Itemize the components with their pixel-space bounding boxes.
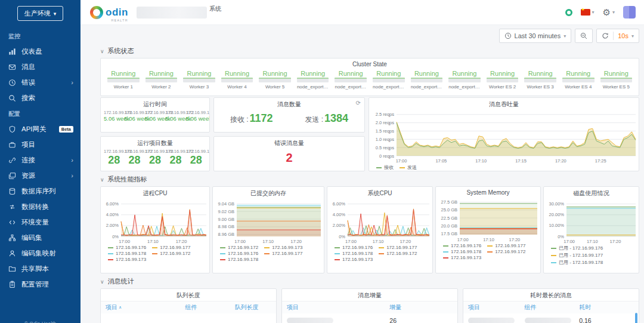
odin-logo[interactable]: odinHEALTH: [90, 6, 128, 19]
node-status: Running: [448, 69, 481, 78]
panel-title[interactable]: 消息吞吐量: [369, 98, 639, 110]
legend-item[interactable]: 172.16.99.176: [108, 245, 146, 250]
legend-item[interactable]: 172.16.99.172: [487, 249, 525, 254]
panel-title[interactable]: 磁盘使用情况: [544, 187, 639, 199]
svg-text:17:10: 17:10: [587, 239, 598, 244]
section-header-system-status[interactable]: ∨ 系统状态: [100, 47, 639, 56]
panel-title[interactable]: 运行时间: [101, 98, 209, 110]
sidebar-item-code[interactable]: 环境变量: [0, 214, 80, 230]
sidebar-item-search[interactable]: 搜索: [0, 90, 80, 106]
legend-item[interactable]: 172.16.99.178: [335, 251, 373, 256]
panel-title[interactable]: 错误消息量: [214, 137, 364, 149]
section-title: 系统状态: [108, 47, 134, 56]
legend-item[interactable]: 172.16.99.173: [108, 257, 146, 262]
legend-item[interactable]: 172.16.99.177: [152, 245, 190, 250]
legend-item[interactable]: 172.16.99.177: [379, 245, 417, 250]
sys-cpu-chart[interactable]: 0%2.00%4.00%6.00%17:0017:1017:20: [327, 199, 432, 244]
node-status: Running: [373, 69, 405, 78]
sidebar-item-bar-chart[interactable]: 仪表盘: [0, 44, 80, 59]
sidebar-item-clock[interactable]: 错误›: [0, 75, 80, 90]
code-icon: [8, 219, 16, 226]
health-status-icon[interactable]: [565, 9, 572, 16]
legend-item[interactable]: 已用 - 172.16.99.178: [551, 259, 603, 266]
column-header[interactable]: 组件: [525, 303, 580, 312]
user-icon: [8, 250, 16, 257]
panel-title[interactable]: 已提交的内存: [213, 187, 324, 199]
legend-item[interactable]: 172.16.99.173: [335, 257, 373, 262]
legend-swatch: [108, 253, 113, 254]
panel-refresh-icon[interactable]: ⟳: [356, 100, 361, 106]
legend-item[interactable]: 172.16.99.172: [152, 251, 190, 256]
sidebar-item-user[interactable]: 编码集映射: [0, 245, 80, 261]
panel-title[interactable]: 进程CPU: [101, 187, 209, 199]
column-header[interactable]: 增量: [389, 303, 453, 312]
legend-item[interactable]: 172.16.99.177: [264, 251, 302, 256]
sidebar-item-briefcase[interactable]: 项目: [0, 137, 80, 152]
legend-item[interactable]: 172.16.99.176: [335, 245, 373, 250]
legend-item[interactable]: 已用 - 172.16.99.177: [551, 252, 603, 259]
column-header[interactable]: 项目∧: [106, 303, 185, 312]
legend-item[interactable]: 发送: [400, 164, 417, 171]
table-row[interactable]: 0.16: [463, 313, 639, 323]
user-avatar[interactable]: [623, 6, 636, 19]
language-selector[interactable]: ▾: [581, 9, 595, 16]
legend-item[interactable]: 172.16.99.178: [108, 251, 146, 256]
panel-title[interactable]: 运行项目数量: [101, 137, 209, 149]
panel-title[interactable]: 耗时最长的消息: [463, 289, 639, 301]
legend-item[interactable]: 172.16.99.178: [220, 257, 258, 262]
panel-title[interactable]: System Memory: [436, 187, 540, 197]
legend-item[interactable]: 172.16.99.173: [264, 245, 302, 250]
sidebar-item-layers[interactable]: 资源›: [0, 168, 80, 183]
sidebar-item-mail[interactable]: 消息: [0, 59, 80, 75]
refresh-control[interactable]: 10s ▾: [596, 29, 639, 43]
panel-title[interactable]: Cluster State: [101, 59, 639, 69]
sidebar-item-clipboard[interactable]: 配置管理: [0, 276, 80, 292]
panel-title[interactable]: 消息数量: [214, 98, 364, 110]
sidebar-item-folder[interactable]: 共享脚本: [0, 261, 80, 276]
legend-item[interactable]: 172.16.99.178: [443, 249, 481, 254]
throughput-chart[interactable]: 0 reqps0.5 reqps1.0 reqps1.5 reqps2.0 re…: [369, 110, 639, 164]
projects-columns: 172.16.99.17628172.16.99.17728172.16.99.…: [101, 149, 209, 167]
panel-title[interactable]: 系统CPU: [327, 187, 432, 199]
legend-item[interactable]: 172.16.99.172: [379, 251, 417, 256]
legend-item[interactable]: 172.16.99.177: [487, 243, 525, 248]
sidebar-item-link[interactable]: 连接›: [0, 152, 80, 168]
section-header-performance[interactable]: ∨ 系统性能指标: [100, 175, 639, 184]
legend-item[interactable]: 172.16.99.176: [443, 243, 481, 248]
node-ip: 172.16.99.177: [124, 149, 144, 154]
sidebar-item-sitemap[interactable]: 编码集: [0, 230, 80, 245]
node-label: Worker ES 2: [487, 84, 519, 90]
sidebar-item-database[interactable]: 数据库序列: [0, 183, 80, 199]
panel-title[interactable]: 消息增量: [282, 289, 457, 301]
panel-title[interactable]: 队列长度: [101, 289, 276, 301]
legend-label: 172.16.99.178: [342, 251, 373, 256]
column-header[interactable]: 队列长度: [235, 303, 271, 312]
section-header-message-stats[interactable]: ∨ 消息统计: [100, 277, 639, 286]
svg-text:17:10: 17:10: [475, 158, 487, 164]
table-scrollbar[interactable]: [635, 313, 637, 323]
sent-stat: 发送 :1384: [305, 112, 348, 125]
proc-cpu-chart[interactable]: 0%2.00%4.00%6.00%17:0017:1017:20: [101, 199, 209, 244]
environment-selector[interactable]: 生产环境 ▾: [17, 6, 64, 21]
redacted-app-title: [137, 7, 207, 19]
mem-committed-chart[interactable]: 8.96 GB8.98 GB9.00 GB9.02 GB9.04 GB17:00…: [213, 199, 324, 244]
column-header[interactable]: 项目: [287, 303, 389, 312]
column-header[interactable]: 耗时: [579, 303, 634, 312]
sidebar-item-transform[interactable]: 数据转换: [0, 199, 80, 214]
disk-chart[interactable]: 0%10.00%20.00%30.00%17:0017:1017:20: [544, 199, 639, 244]
message-count-values: 接收 :1172 发送 :1384: [214, 110, 364, 125]
time-range-picker[interactable]: Last 30 minutes ▾: [499, 29, 572, 43]
legend-item[interactable]: 172.16.99.176: [220, 251, 258, 256]
column-header[interactable]: 项目: [468, 303, 525, 312]
legend-item[interactable]: 172.16.99.172: [220, 245, 258, 250]
legend-item[interactable]: 接收: [376, 164, 394, 171]
sidebar-item-shield[interactable]: API网关Beta: [0, 121, 80, 137]
zoom-out-button[interactable]: [575, 29, 593, 43]
svg-text:9.04 GB: 9.04 GB: [218, 201, 234, 207]
column-header[interactable]: 组件: [185, 303, 234, 312]
settings-menu[interactable]: ⚙ ▾: [603, 8, 615, 17]
sys-memory-chart[interactable]: 17.5 GB20.0 GB22.5 GB25.0 GB27.5 GB17:00…: [436, 197, 540, 242]
table-row[interactable]: 26: [282, 313, 457, 323]
legend-item[interactable]: 172.16.99.173: [443, 255, 481, 260]
legend-item[interactable]: 已用 - 172.16.99.176: [551, 245, 603, 251]
